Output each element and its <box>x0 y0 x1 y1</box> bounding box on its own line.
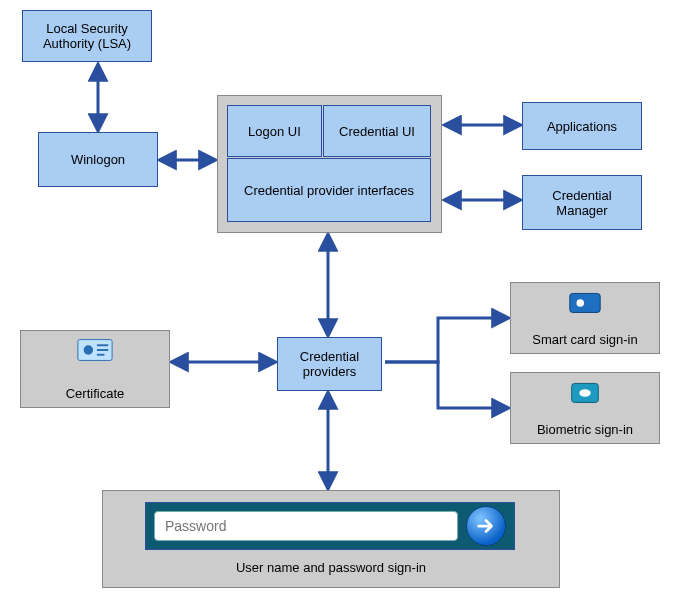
submit-button[interactable] <box>466 506 506 546</box>
svg-rect-12 <box>570 293 600 312</box>
password-widget <box>145 502 515 550</box>
svg-point-13 <box>576 299 584 307</box>
biometric-panel: Biometric sign-in <box>510 372 660 444</box>
logon-ui-label: Logon UI <box>248 124 301 139</box>
svg-point-15 <box>579 389 590 397</box>
certificate-label: Certificate <box>21 386 169 401</box>
credential-ui-box: Credential UI <box>323 105 431 157</box>
applications-label: Applications <box>547 119 617 134</box>
cp-interfaces-label: Credential provider interfaces <box>244 183 414 198</box>
winlogon-box: Winlogon <box>38 132 158 187</box>
smartcard-panel: Smart card sign-in <box>510 282 660 354</box>
smartcard-label: Smart card sign-in <box>511 332 659 347</box>
lsa-box: Local Security Authority (LSA) <box>22 10 152 62</box>
applications-box: Applications <box>522 102 642 150</box>
credential-manager-box: Credential Manager <box>522 175 642 230</box>
credential-providers-box: Credential providers <box>277 337 382 391</box>
credential-providers-label: Credential providers <box>282 349 377 379</box>
logon-ui-box: Logon UI <box>227 105 322 157</box>
smartcard-icon <box>566 287 604 317</box>
lsa-label: Local Security Authority (LSA) <box>27 21 147 51</box>
certificate-panel: Certificate <box>20 330 170 408</box>
biometric-label: Biometric sign-in <box>511 422 659 437</box>
credential-ui-label: Credential UI <box>339 124 415 139</box>
arrow-right-icon <box>475 515 497 537</box>
svg-point-8 <box>84 345 94 355</box>
password-input[interactable] <box>154 511 458 541</box>
winlogon-label: Winlogon <box>71 152 125 167</box>
userpass-label: User name and password sign-in <box>102 560 560 575</box>
cp-interfaces-box: Credential provider interfaces <box>227 158 431 222</box>
credential-manager-label: Credential Manager <box>527 188 637 218</box>
biometric-icon <box>566 377 604 407</box>
certificate-icon <box>76 335 114 365</box>
